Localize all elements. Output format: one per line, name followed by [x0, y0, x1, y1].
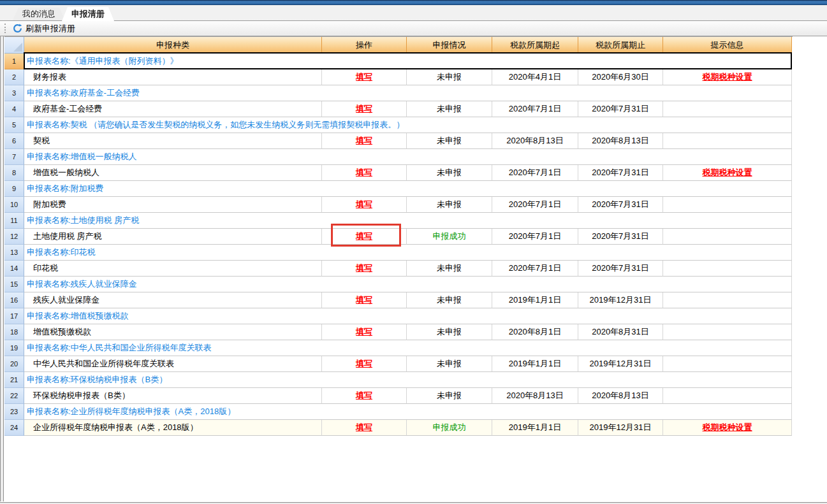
report-category-cell[interactable]: 申报表名称:增值税一般纳税人	[24, 149, 792, 165]
column-header-hint[interactable]: 提示信息	[663, 37, 792, 54]
report-category-cell[interactable]: 申报表名称:中华人民共和国企业所得税年度关联表	[24, 340, 792, 356]
period-start-cell: 2020年7月1日	[492, 261, 578, 277]
period-end-cell: 2020年8月31日	[578, 324, 663, 340]
row-number: 22	[4, 388, 24, 404]
row-number: 7	[4, 149, 24, 165]
report-name-cell: 土地使用税 房产税	[24, 229, 322, 245]
report-category-cell[interactable]: 申报表名称:环保税纳税申报表（B类）	[24, 372, 792, 388]
action-cell: 填写	[322, 133, 407, 149]
fill-in-link[interactable]: 填写	[356, 390, 372, 401]
report-name-cell: 增值税预缴税款	[24, 324, 322, 340]
tax-period-settings-link[interactable]: 税期税种设置	[703, 71, 752, 83]
period-end-cell: 2020年7月31日	[578, 197, 663, 213]
column-header-name[interactable]: 申报种类	[24, 37, 322, 54]
period-end-cell: 2020年7月31日	[578, 229, 663, 245]
fill-in-link[interactable]: 填写	[356, 167, 372, 178]
period-end-cell: 2020年8月13日	[578, 133, 663, 149]
fill-in-link[interactable]: 填写	[356, 326, 372, 338]
period-start-cell: 2020年8月13日	[492, 133, 578, 149]
row-number: 13	[4, 245, 24, 261]
table-row-data: 22环保税纳税申报表（B类）填写未申报2020年8月13日2020年8月13日	[4, 388, 793, 404]
period-start-cell: 2019年1月1日	[492, 420, 578, 436]
row-number: 23	[4, 404, 24, 420]
fill-in-link[interactable]: 填写	[356, 103, 372, 115]
table-row-data: 2财务报表填写未申报2020年4月1日2020年6月30日税期税种设置	[4, 69, 793, 85]
period-end-cell: 2019年12月31日	[578, 292, 663, 308]
report-category-cell[interactable]: 申报表名称:土地使用税 房产税	[24, 213, 792, 229]
table-row-data: 4政府基金-工会经费填写未申报2020年7月1日2020年7月31日	[4, 101, 793, 117]
report-category-cell[interactable]: 申报表名称:《通用申报表（附列资料）》	[24, 54, 792, 69]
report-category-cell[interactable]: 申报表名称:附加税费	[24, 181, 792, 197]
hint-cell	[663, 133, 792, 149]
report-name-cell: 财务报表	[24, 69, 322, 85]
report-category-cell[interactable]: 申报表名称:增值税预缴税款	[24, 308, 792, 324]
row-number: 1	[4, 54, 24, 69]
row-number: 17	[4, 308, 24, 324]
action-cell: 填写	[322, 292, 407, 308]
fill-in-link[interactable]: 填写	[356, 135, 372, 147]
row-number: 11	[4, 213, 24, 229]
fill-in-link[interactable]: 填写	[356, 263, 372, 274]
action-cell: 填写	[322, 324, 407, 340]
period-start-cell: 2020年7月1日	[492, 197, 578, 213]
toolbar: 刷新申报清册	[0, 21, 827, 36]
fill-in-link[interactable]: 填写	[356, 71, 372, 83]
report-category-cell[interactable]: 申报表名称:印花税	[24, 245, 792, 261]
column-header-period_end[interactable]: 税款所属期止	[578, 37, 663, 54]
refresh-declaration-list-button[interactable]: 刷新申报清册	[10, 22, 78, 35]
fill-in-link[interactable]: 填写	[356, 294, 372, 306]
action-cell: 填写	[322, 420, 407, 436]
status-cell: 未申报	[407, 356, 492, 372]
status-cell: 未申报	[407, 165, 492, 181]
grid-header-row: 申报种类操作申报情况税款所属期起税款所属期止提示信息	[4, 36, 793, 54]
hint-cell	[663, 229, 792, 245]
action-cell: 填写	[322, 197, 407, 213]
column-header-status[interactable]: 申报情况	[407, 37, 492, 54]
row-number: 3	[4, 85, 24, 101]
tax-period-settings-link[interactable]: 税期税种设置	[703, 167, 752, 178]
select-all-cell[interactable]	[4, 37, 24, 54]
hint-cell: 税期税种设置	[663, 420, 792, 436]
report-category-cell[interactable]: 申报表名称:残疾人就业保障金	[24, 277, 792, 292]
table-row-data: 14印花税填写未申报2020年7月1日2020年7月31日	[4, 261, 793, 277]
row-number: 14	[4, 261, 24, 277]
table-row-category: 5申报表名称:契税 （请您确认是否发生契税的纳税义务，如您未发生纳税义务则无需填…	[4, 117, 793, 133]
status-text: 未申报	[437, 263, 462, 274]
hint-cell: 税期税种设置	[663, 69, 792, 85]
hint-cell	[663, 356, 792, 372]
status-text: 未申报	[437, 326, 462, 338]
report-category-cell[interactable]: 申报表名称:契税 （请您确认是否发生契税的纳税义务，如您未发生纳税义务则无需填报…	[24, 117, 792, 133]
period-start-cell: 2019年1月1日	[492, 292, 578, 308]
tab-declaration-list[interactable]: 申报清册	[62, 7, 114, 21]
tab-my-messages[interactable]: 我的消息	[13, 8, 65, 20]
report-category-cell[interactable]: 申报表名称:企业所得税年度纳税申报表（A类，2018版）	[24, 404, 792, 420]
column-header-action[interactable]: 操作	[322, 37, 407, 54]
status-cell: 未申报	[407, 261, 492, 277]
fill-in-link[interactable]: 填写	[356, 231, 372, 242]
status-text: 未申报	[437, 135, 462, 147]
fill-in-link[interactable]: 填写	[356, 199, 372, 210]
fill-in-link[interactable]: 填写	[356, 422, 372, 433]
hint-cell	[663, 101, 792, 117]
refresh-icon	[13, 24, 22, 33]
hint-cell: 税期税种设置	[663, 165, 792, 181]
status-text: 未申报	[437, 103, 462, 115]
table-row-data: 8增值税一般纳税人填写未申报2020年7月1日2020年7月31日税期税种设置	[4, 165, 793, 181]
table-row-category: 19申报表名称:中华人民共和国企业所得税年度关联表	[4, 340, 793, 356]
tax-period-settings-link[interactable]: 税期税种设置	[703, 422, 752, 433]
row-number: 9	[4, 181, 24, 197]
status-text: 未申报	[437, 199, 462, 210]
period-start-cell: 2020年7月1日	[492, 101, 578, 117]
period-start-cell: 2019年1月1日	[492, 356, 578, 372]
table-row-category: 21申报表名称:环保税纳税申报表（B类）	[4, 372, 793, 388]
period-start-cell: 2020年7月1日	[492, 165, 578, 181]
table-row-data: 18增值税预缴税款填写未申报2020年8月1日2020年8月31日	[4, 324, 793, 340]
fill-in-link[interactable]: 填写	[356, 358, 372, 370]
row-number: 15	[4, 277, 24, 292]
row-number: 10	[4, 197, 24, 213]
column-header-period_start[interactable]: 税款所属期起	[492, 37, 578, 54]
row-number: 18	[4, 324, 24, 340]
panel-left-border	[0, 36, 4, 501]
report-category-cell[interactable]: 申报表名称:政府基金-工会经费	[24, 85, 792, 101]
hint-cell	[663, 324, 792, 340]
